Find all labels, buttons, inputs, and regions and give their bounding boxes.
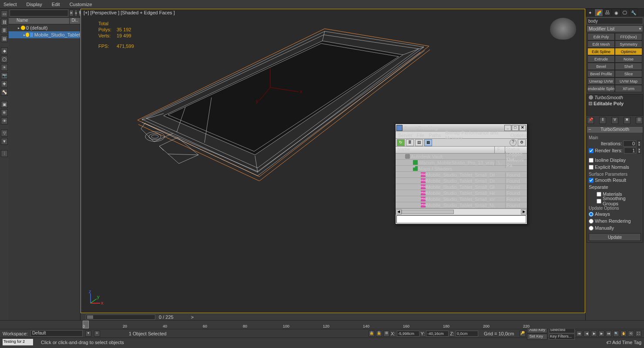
asset-row[interactable]: PNGMobile_Studio_Tablet_Small_Normal.png… (396, 202, 527, 208)
tab-hierarchy-icon[interactable]: 品 (603, 9, 612, 17)
keyfilters-button[interactable]: Key Filters... (549, 334, 575, 340)
nav-zoom-icon[interactable]: 🔍 (613, 331, 619, 337)
close-icon[interactable]: ✕ (519, 125, 526, 131)
tool-link-icon[interactable]: ⛓ (1, 19, 8, 26)
unique-icon[interactable]: ∀ (611, 117, 618, 124)
modifier-button[interactable]: UVW Map (615, 77, 642, 85)
scene-search-input[interactable] (10, 10, 68, 17)
nav-pan-icon[interactable]: ✋ (621, 331, 627, 337)
menu-display[interactable]: Display (27, 2, 42, 7)
tool-group-icon[interactable]: ▣ (1, 101, 8, 108)
dialog-menu-item[interactable]: Bitmap Performance and Memory (445, 130, 506, 141)
modifier-stack[interactable]: TurboSmooth Editable Poly (587, 94, 643, 116)
workspace-opts-icon[interactable]: ▾ (85, 331, 91, 337)
nav-orbit-icon[interactable]: ⟲ (628, 331, 634, 337)
timeline-ruler[interactable]: 020406080100120140160180200220 (0, 320, 644, 329)
modifier-button[interactable]: Noise (615, 55, 642, 63)
modifier-button[interactable]: Extrude (587, 55, 615, 63)
tab-create-icon[interactable]: ✦ (586, 9, 594, 17)
maximize-icon[interactable]: □ (512, 125, 519, 131)
scene-row[interactable]: ▸0 (default) (9, 24, 80, 31)
tool-select-icon[interactable]: ▭ (1, 10, 8, 17)
update-button[interactable]: Update (589, 233, 641, 241)
scene-list-icon[interactable]: ≡ (74, 10, 77, 17)
modifier-button[interactable]: Unwrap UVW (587, 77, 615, 85)
menu-edit[interactable]: Edit (52, 2, 60, 7)
dialog-menu-item[interactable]: Paths (429, 133, 441, 138)
scene-clear-icon[interactable]: ✕ (69, 10, 74, 17)
modifier-button[interactable]: Shell (615, 63, 642, 70)
tab-display-icon[interactable]: 🖵 (621, 9, 629, 17)
modifier-button[interactable]: Edit Spline (587, 48, 615, 55)
goto-start-icon[interactable]: ⏮ (576, 331, 582, 337)
asset-row[interactable]: Wacom_MobileStudio_Pro_13_vray.max\..Net… (396, 160, 527, 166)
coord-y-input[interactable]: -40,16cm (426, 331, 449, 337)
tool-light-icon[interactable]: ☀ (1, 64, 8, 71)
viewcube-icon[interactable] (550, 18, 576, 40)
tool-bone-icon[interactable]: 🦴 (1, 89, 8, 96)
tree-view-icon[interactable]: ≣ (406, 139, 414, 146)
modifier-button[interactable]: Bevel (587, 63, 615, 70)
modifier-button[interactable]: Edit Poly (587, 33, 615, 40)
iterations-input[interactable]: 0 (623, 141, 636, 147)
tool-helper-icon[interactable]: ✚ (1, 80, 8, 87)
setkey-button[interactable]: Set Key (527, 334, 547, 340)
next-frame-icon[interactable]: ▶ (598, 331, 604, 337)
iterations-stepper[interactable] (637, 141, 641, 147)
sep-materials-check[interactable] (597, 192, 601, 197)
lock-sel-icon[interactable]: 🔒 (369, 331, 375, 337)
config-icon[interactable]: ☰ (636, 117, 643, 124)
expand-icon[interactable] (589, 102, 592, 105)
dialog-menu-item[interactable]: File (416, 133, 424, 138)
workspace-dropdown[interactable]: Default (30, 330, 83, 337)
lock2-icon[interactable]: 🔓 (376, 331, 382, 337)
asset-row[interactable]: PNGMobile_Studio_Tablet_Small_Display.pn… (396, 178, 527, 184)
tool-more-icon[interactable]: ⋮ (1, 150, 8, 157)
update-render-radio[interactable] (589, 219, 594, 224)
asset-row[interactable]: PNGMobile_Studio_Tablet_Small_ior.pngFou… (396, 196, 527, 202)
modifier-button[interactable]: Symmetry (615, 40, 642, 48)
tool-filter-icon[interactable]: ▤ (1, 35, 8, 42)
modifier-button[interactable]: XForm (615, 85, 642, 92)
visibility-icon[interactable] (26, 33, 29, 37)
pin-stack-icon[interactable]: 📌 (587, 117, 594, 124)
sep-smg-check[interactable] (597, 199, 601, 204)
modifier-list-dropdown[interactable]: Modifier List▼ (587, 25, 643, 32)
explicit-normals-check[interactable] (589, 165, 594, 170)
asset-row[interactable]: PNGMobile_Studio_Tablet_Small_Glossiness… (396, 184, 527, 190)
modifier-button[interactable]: Bevel Profile (587, 70, 615, 77)
show-end-icon[interactable]: Ⅱ (599, 117, 606, 124)
isoline-check[interactable] (589, 158, 594, 163)
viewport-label[interactable]: [+] [Perspective ] [Shaded + Edged Faces… (84, 10, 175, 15)
goto-end-icon[interactable]: ⏭ (606, 331, 612, 337)
render-iters-stepper[interactable] (637, 147, 641, 154)
modifier-button[interactable]: enderable Splin (587, 85, 615, 92)
scene-col-name[interactable]: Name (9, 18, 70, 24)
modifier-button[interactable]: Edit Mesh (587, 40, 615, 48)
asset-row[interactable]: PNGMobile_Studio_Tablet_Small_Diffuse.pn… (396, 172, 527, 178)
tab-modify-icon[interactable]: 🌈 (594, 9, 603, 17)
scene-col-display[interactable]: Di.. (70, 18, 80, 24)
modifier-button[interactable]: Optimize (615, 48, 642, 55)
rollout-header[interactable]: −TurboSmooth (587, 127, 643, 133)
table-view-icon[interactable]: ▦ (424, 139, 432, 146)
col-f[interactable]: F.. (495, 147, 505, 153)
modifier-button[interactable]: FFD(box) (615, 33, 642, 40)
menu-select[interactable]: Select (3, 2, 17, 7)
tool-expand-icon[interactable]: ▼ (1, 138, 8, 145)
key-icon[interactable]: 🔑 (520, 331, 526, 337)
help-icon[interactable]: ? (510, 139, 517, 146)
scene-row[interactable]: ▸Mobile_Studio_Tablet (9, 31, 80, 38)
dialog-hscrollbar[interactable]: ◀▶ (396, 208, 527, 214)
viewport-scrollbar[interactable] (86, 315, 155, 320)
col-name[interactable]: Name (396, 147, 495, 153)
tool-shape-icon[interactable]: ◯ (1, 56, 8, 63)
dialog-menu-item[interactable]: Server (398, 133, 412, 138)
tool-layer-icon[interactable]: ≣ (1, 27, 8, 34)
update-manual-radio[interactable] (589, 226, 594, 231)
flat-view-icon[interactable]: ▤ (415, 139, 423, 146)
dialog-status-input[interactable] (396, 215, 526, 223)
menu-customize[interactable]: Customize (70, 2, 92, 7)
abs-rel-icon[interactable]: ⊞ (383, 331, 389, 337)
prev-frame-icon[interactable]: ◀ (584, 331, 590, 337)
